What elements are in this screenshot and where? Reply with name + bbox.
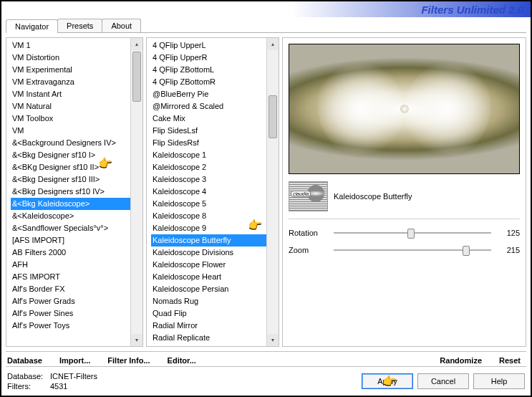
author-thumbnail [289,181,328,211]
filter-item[interactable]: Flip SidesRsf [151,137,266,149]
category-item[interactable]: &<Bkg Designer sf10 III> [11,173,130,186]
database-value: ICNET-Filters [50,371,97,381]
category-item[interactable]: &<Sandflower Specials°v°> [11,222,130,234]
filter-item[interactable]: Kaleidoscope 3 [151,173,266,186]
scroll-thumb[interactable] [269,95,277,138]
cancel-button[interactable]: Cancel [417,373,469,389]
scroll-down-icon[interactable]: ▾ [267,334,279,346]
reset-button[interactable]: Reset [499,356,521,365]
filter-info-button[interactable]: Filter Info... [107,356,150,365]
filters-value: 4531 [50,381,67,391]
title-bar: Filters Unlimited 2.0 [1,1,531,17]
apply-button[interactable]: Apply [362,373,413,389]
tab-navigator[interactable]: Navigator [6,19,58,33]
parameter-value: 125 [497,229,520,237]
filter-item[interactable]: Kaleidoscope Persian [151,283,266,295]
category-item[interactable]: Alf's Power Grads [11,295,130,307]
category-item[interactable]: VM 1 [11,39,130,52]
category-item[interactable]: &<Kaleidoscope> [11,210,130,222]
current-filter-name: Kaleidoscope Butterfly [334,192,412,201]
randomize-button[interactable]: Randomize [440,356,482,365]
category-item[interactable]: &<Bkg Designer sf10 I> [11,149,130,161]
category-panel: VM 1VM DistortionVM ExperimentalVM Extra… [6,37,143,347]
filter-panel: 4 QFlip UpperL4 QFlip UpperR4 QFlip ZBot… [146,37,279,347]
filter-item[interactable]: Kaleidoscope 8 [151,210,266,222]
category-item[interactable]: VM [11,125,130,137]
preview-image [289,44,520,174]
category-item[interactable]: [AFS IMPORT] [11,234,130,247]
category-item[interactable]: VM Distortion [11,52,130,64]
category-scrollbar[interactable]: ▴ ▾ [130,38,142,346]
parameter-box: Rotation125Zoom215 [289,226,520,257]
filter-item[interactable]: Kaleidoscope 2 [151,161,266,173]
footer-info: Database: ICNET-Filters Filters: 4531 [7,371,97,391]
filter-item[interactable]: 4 QFlip UpperR [151,52,266,64]
filter-item[interactable]: Quad Flip [151,307,266,320]
database-label: Database: [7,371,50,381]
category-item[interactable]: &<Bkg Kaleidoscope> [11,198,130,210]
help-button[interactable]: Help [473,373,525,389]
filter-item[interactable]: @Mirrored & Scaled [151,100,266,113]
bottom-button-row: Database Import... Filter Info... Editor… [6,351,526,366]
category-item[interactable]: Alf's Border FX [11,283,130,295]
category-item[interactable]: VM Toolbox [11,113,130,125]
parameter-label: Zoom [289,246,328,254]
parameter-row: Zoom215 [289,244,520,257]
category-item[interactable]: VM Instant Art [11,88,130,100]
slider-knob[interactable] [463,246,470,256]
category-item[interactable]: Alf's Power Toys [11,320,130,332]
filter-item[interactable]: Kaleidoscope 1 [151,149,266,161]
scroll-thumb[interactable] [132,52,141,102]
filter-item[interactable]: Kaleidoscope Divisions [151,247,266,259]
filter-item[interactable]: 4 QFlip ZBottomL [151,64,266,76]
category-item[interactable]: &<Background Designers IV> [11,137,130,149]
editor-button[interactable]: Editor... [168,356,196,365]
parameter-slider[interactable] [334,244,491,257]
category-list[interactable]: VM 1VM DistortionVM ExperimentalVM Extra… [6,38,130,346]
filter-item[interactable]: Kaleidoscope 5 [151,198,266,210]
app-title: Filters Unlimited 2.0 [421,4,523,16]
parameter-slider[interactable] [334,226,491,239]
scroll-down-icon[interactable]: ▾ [131,334,142,346]
category-item[interactable]: Alf's Power Sines [11,307,130,320]
scroll-up-icon[interactable]: ▴ [267,38,279,50]
filter-item[interactable]: Kaleidoscope Flower [151,259,266,271]
filter-item[interactable]: Kaleidoscope Butterfly [151,234,266,247]
category-item[interactable]: VM Experimental [11,64,130,76]
category-item[interactable]: VM Natural [11,100,130,113]
filter-item[interactable]: Radial Replicate [151,332,266,344]
slider-knob[interactable] [407,229,415,239]
filters-label: Filters: [7,381,50,391]
parameter-row: Rotation125 [289,226,520,239]
preview-panel: Kaleidoscope Butterfly Rotation125Zoom21… [282,37,526,347]
parameter-label: Rotation [289,229,328,237]
filter-scrollbar[interactable]: ▴ ▾ [266,38,279,346]
category-item[interactable]: &<BKg Designer sf10 II> [11,161,130,173]
filter-item[interactable]: Kaleidoscope Heart [151,271,266,283]
filter-list[interactable]: 4 QFlip UpperL4 QFlip UpperR4 QFlip ZBot… [147,38,266,346]
tab-strip: Navigator Presets About [6,17,526,33]
filter-item[interactable]: Kaleidoscope 9 [151,222,266,234]
filter-item[interactable]: Kaleidoscope 4 [151,186,266,198]
filter-item[interactable]: Flip SidesLsf [151,125,266,137]
filter-item[interactable]: 4 QFlip UpperL [151,39,266,52]
filter-item[interactable]: Radial Mirror [151,320,266,332]
tab-presets[interactable]: Presets [57,19,102,32]
parameter-value: 215 [497,246,520,254]
filter-item[interactable]: Nomads Rug [151,295,266,307]
import-button[interactable]: Import... [59,356,90,365]
tab-about[interactable]: About [102,19,141,32]
database-button[interactable]: Database [7,356,42,365]
filter-item[interactable]: Cake Mix [151,113,266,125]
category-item[interactable]: VM Extravaganza [11,76,130,88]
category-item[interactable]: AFH [11,259,130,271]
scroll-up-icon[interactable]: ▴ [131,38,142,50]
category-item[interactable]: AB Filters 2000 [11,247,130,259]
category-item[interactable]: AFS IMPORT [11,271,130,283]
category-item[interactable]: &<Bkg Designers sf10 IV> [11,186,130,198]
filter-item[interactable]: 4 QFlip ZBottomR [151,76,266,88]
footer: Database: ICNET-Filters Filters: 4531 Ap… [6,366,526,396]
filter-item[interactable]: @BlueBerry Pie [151,88,266,100]
